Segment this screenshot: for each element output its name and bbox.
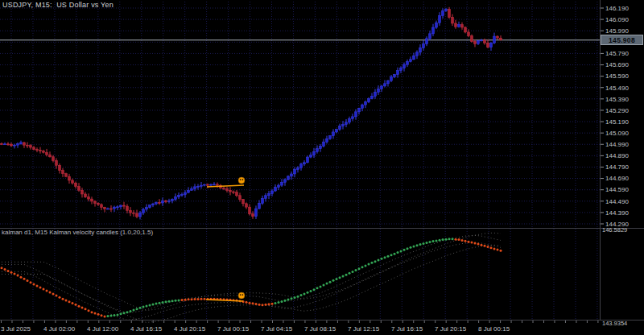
current-price-box: 145.908 (601, 35, 643, 45)
svg-text:145.790: 145.790 (605, 50, 629, 57)
svg-text:145.090: 145.090 (605, 130, 629, 137)
svg-text:144.790: 144.790 (605, 163, 629, 171)
svg-text:8 Jul 00:15: 8 Jul 00:15 (478, 325, 510, 333)
svg-text:7 Jul 16:15: 7 Jul 16:15 (391, 325, 423, 333)
separators (0, 0, 644, 321)
trendline-alert-icon[interactable] (238, 177, 245, 184)
svg-text:7 Jul 00:15: 7 Jul 00:15 (217, 325, 250, 333)
current-price-value: 145.908 (609, 36, 635, 44)
svg-text:145.290: 145.290 (605, 107, 629, 114)
svg-text:145.590: 145.590 (605, 72, 629, 80)
svg-text:145.490: 145.490 (605, 85, 629, 92)
svg-text:144.890: 144.890 (605, 152, 629, 159)
grid-layer (0, 2, 600, 319)
svg-text:145.190: 145.190 (605, 118, 629, 126)
svg-text:7 Jul 08:15: 7 Jul 08:15 (304, 325, 336, 333)
svg-text:145.390: 145.390 (605, 96, 629, 103)
svg-text:144.590: 144.590 (605, 186, 629, 193)
svg-text:145.990: 145.990 (605, 27, 629, 35)
svg-text:4 Jul 02:00: 4 Jul 02:00 (43, 325, 76, 333)
svg-text:144.690: 144.690 (605, 175, 629, 182)
price-axis[interactable]: 146.190146.090145.990145.890145.790145.6… (601, 5, 629, 327)
chart-canvas[interactable]: 146.190146.090145.990145.890145.790145.6… (0, 0, 644, 335)
svg-text:3 Jul 2025: 3 Jul 2025 (1, 325, 31, 333)
candles-layer (1, 7, 502, 220)
mt5-chart-window: 146.190146.090145.990145.890145.790145.6… (0, 0, 644, 335)
svg-text:4 Jul 16:15: 4 Jul 16:15 (130, 325, 163, 333)
time-axis[interactable]: 3 Jul 20254 Jul 02:004 Jul 12:004 Jul 16… (1, 321, 598, 333)
svg-text:146.5829: 146.5829 (602, 226, 627, 234)
svg-text:144.990: 144.990 (605, 141, 629, 148)
svg-text:7 Jul 20:15: 7 Jul 20:15 (435, 325, 467, 333)
svg-text:146.190: 146.190 (605, 5, 629, 12)
svg-text:144.390: 144.390 (605, 209, 629, 217)
svg-text:146.090: 146.090 (605, 16, 629, 23)
svg-text:4 Jul 12:00: 4 Jul 12:00 (87, 325, 119, 333)
main-trendline-object[interactable] (207, 185, 244, 187)
svg-text:7 Jul 04:15: 7 Jul 04:15 (261, 325, 293, 333)
svg-text:143.9354: 143.9354 (602, 320, 627, 327)
svg-text:144.490: 144.490 (605, 198, 629, 205)
svg-text:7 Jul 12:15: 7 Jul 12:15 (348, 325, 380, 333)
panel-alert-icon[interactable] (238, 292, 245, 299)
chart-title: USDJPY, M15: US Dollar vs Yen (2, 1, 114, 9)
svg-text:145.690: 145.690 (605, 61, 629, 68)
indicator-subwindow-title: kalman d1, M15 Kalman velocity candles (… (2, 229, 153, 236)
svg-text:4 Jul 20:15: 4 Jul 20:15 (174, 325, 206, 333)
